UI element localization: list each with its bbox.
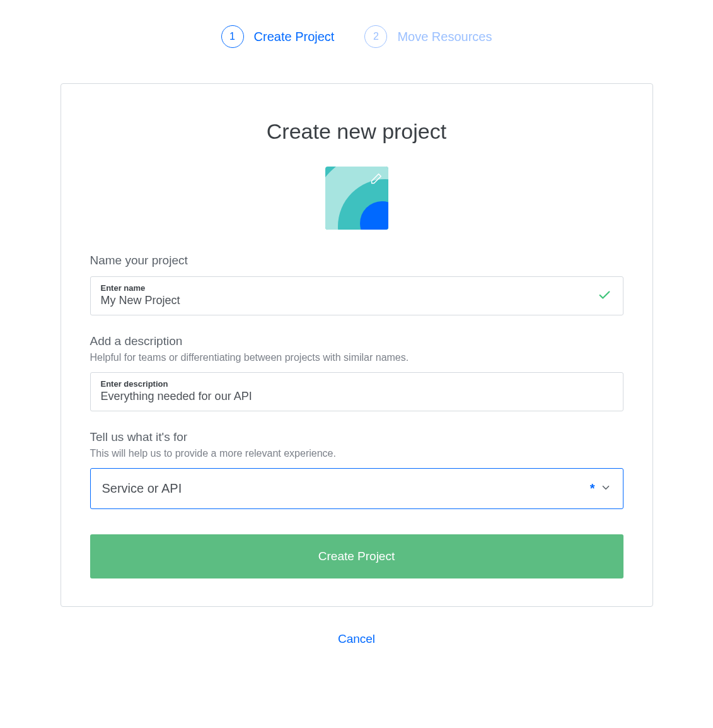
purpose-selected-value: Service or API [102, 481, 182, 496]
purpose-select[interactable]: Service or API * [90, 468, 623, 509]
step-number-2: 2 [364, 25, 387, 48]
description-group: Add a description Helpful for teams or d… [90, 334, 623, 411]
purpose-hint: This will help us to provide a more rele… [90, 448, 623, 459]
required-marker: * [590, 481, 595, 496]
step-number-1: 1 [221, 25, 244, 48]
pencil-icon [368, 172, 383, 187]
purpose-group: Tell us what it's for This will help us … [90, 430, 623, 509]
name-field[interactable]: Enter name [90, 276, 623, 315]
name-input[interactable] [101, 294, 613, 307]
name-group-label: Name your project [90, 254, 623, 267]
description-hint: Helpful for teams or differentiating bet… [90, 352, 623, 363]
purpose-group-label: Tell us what it's for [90, 430, 623, 444]
project-avatar[interactable] [325, 167, 388, 230]
description-field[interactable]: Enter description [90, 372, 623, 411]
create-project-card: Create new project Name your project Ent… [61, 83, 653, 607]
description-input[interactable] [101, 390, 613, 403]
name-group: Name your project Enter name [90, 254, 623, 315]
step-label-create-project: Create Project [254, 30, 335, 44]
name-field-label: Enter name [101, 283, 613, 293]
step-label-move-resources: Move Resources [397, 30, 492, 44]
step-move-resources[interactable]: 2 Move Resources [364, 25, 492, 48]
stepper: 1 Create Project 2 Move Resources [0, 25, 713, 48]
cancel-link[interactable]: Cancel [338, 632, 375, 645]
step-create-project[interactable]: 1 Create Project [221, 25, 335, 48]
check-icon [598, 288, 612, 304]
description-group-label: Add a description [90, 334, 623, 348]
card-title: Create new project [90, 119, 623, 144]
create-project-button[interactable]: Create Project [90, 534, 623, 578]
chevron-down-icon [600, 482, 612, 496]
description-field-label: Enter description [101, 379, 613, 389]
